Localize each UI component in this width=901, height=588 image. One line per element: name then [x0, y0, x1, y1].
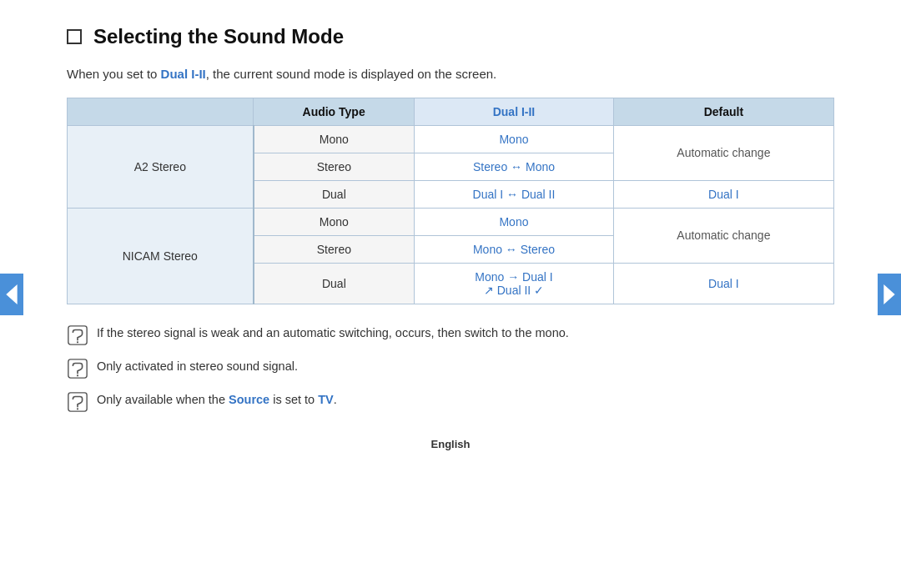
sound-table: Audio Type Dual I-II Default A2 Stereo M… — [67, 98, 834, 304]
nicam-stereo-type: Stereo — [254, 235, 415, 263]
nicam-dual-type: Dual — [254, 263, 415, 304]
intro-highlight: Dual I-II — [161, 67, 206, 81]
a2-stereo-dual: Stereo ↔ Mono — [415, 153, 614, 180]
svg-point-7 — [77, 408, 78, 410]
a2-stereo-header: A2 Stereo — [68, 125, 254, 208]
table-row: NICAM Stereo Mono Mono Automatic change — [68, 208, 834, 235]
svg-point-3 — [77, 341, 78, 343]
a2-dual-type: Dual — [254, 180, 415, 208]
table-header-row: Audio Type Dual I-II Default — [68, 98, 834, 125]
note-item-2: Only activated in stereo sound signal. — [67, 358, 834, 379]
notes-section: If the stereo signal is weak and an auto… — [67, 324, 834, 413]
a2-stereo-type: Stereo — [254, 153, 415, 180]
a2-dual-dual: Dual I ↔ Dual II — [415, 180, 614, 208]
nicam-dual-default: Dual I — [613, 263, 833, 304]
a2-mono-type: Mono — [254, 125, 415, 153]
intro-text: When you set to Dual I-II, the current s… — [67, 65, 834, 84]
th-dual: Dual I-II — [415, 98, 614, 125]
th-audio-type: Audio Type — [254, 98, 415, 125]
nicam-auto-change: Automatic change — [613, 208, 833, 263]
page-container: Selecting the Sound Mode When you set to… — [0, 0, 901, 484]
page-title: Selecting the Sound Mode — [93, 25, 344, 48]
note-item-1: If the stereo signal is weak and an auto… — [67, 324, 834, 346]
th-default: Default — [613, 98, 833, 125]
note-text-2: Only activated in stereo sound signal. — [97, 358, 298, 376]
nicam-stereo-header: NICAM Stereo — [68, 208, 254, 304]
nicam-dual-dual: Mono → Dual I↗ Dual II ✓ — [415, 263, 614, 304]
source-highlight: Source — [229, 393, 269, 406]
note-icon-1 — [67, 324, 88, 346]
svg-point-5 — [77, 374, 78, 376]
a2-mono-dual: Mono — [415, 125, 614, 153]
note-item-3: Only available when the Source is set to… — [67, 391, 834, 413]
note-text-3: Only available when the Source is set to… — [97, 391, 337, 410]
note-icon-3 — [67, 391, 88, 413]
tv-highlight: TV — [318, 393, 334, 406]
title-row: Selecting the Sound Mode — [67, 25, 834, 48]
footer: English — [67, 438, 834, 450]
footer-text: English — [431, 438, 471, 450]
a2-dual-default: Dual I — [613, 180, 833, 208]
nicam-mono-dual: Mono — [415, 208, 614, 235]
nicam-mono-type: Mono — [254, 208, 415, 235]
a2-auto-change: Automatic change — [613, 125, 833, 180]
note-text-1: If the stereo signal is weak and an auto… — [97, 324, 569, 343]
intro-after: , the current sound mode is displayed on… — [206, 67, 497, 81]
title-checkbox-icon — [67, 29, 82, 44]
table-row: A2 Stereo Mono Mono Automatic change — [68, 125, 834, 153]
th-empty — [68, 98, 254, 125]
note-icon-2 — [67, 358, 88, 379]
intro-before: When you set to — [67, 67, 161, 81]
nicam-stereo-dual: Mono ↔ Stereo — [415, 235, 614, 263]
